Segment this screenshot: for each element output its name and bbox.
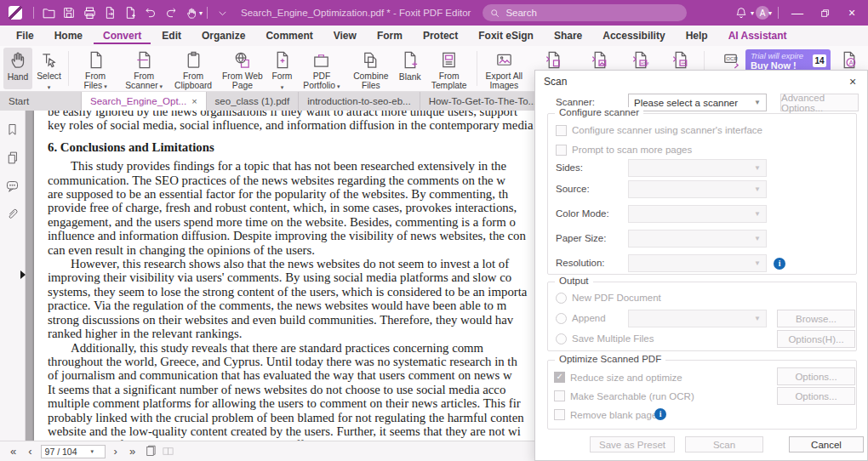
menu-convert[interactable]: Convert	[94, 27, 151, 44]
menu-view[interactable]: View	[324, 27, 366, 44]
menu-bar: File Home Convert Edit Organize Comment …	[0, 26, 868, 46]
menu-ai-assistant[interactable]: AI Assistant	[719, 27, 797, 44]
save-multiple-files-label: Save Multiple Files	[572, 333, 654, 344]
make-searchable-options-button[interactable]: Options...	[777, 387, 855, 405]
page-number-box[interactable]: ▾	[41, 445, 106, 458]
panel-expand-arrow[interactable]	[20, 270, 26, 279]
source-select[interactable]: ▼	[628, 180, 767, 198]
tab-search-engine-optimization[interactable]: Search_Engine_Opt... ×	[82, 92, 207, 111]
menu-share[interactable]: Share	[545, 27, 591, 44]
tab-seo-class[interactable]: seo_class (1).pdf	[207, 92, 300, 111]
reduce-size-options-button[interactable]: Options...	[777, 367, 855, 385]
color-mode-select[interactable]: ▼	[628, 205, 767, 223]
ribbon-hand-button[interactable]: Hand	[3, 48, 32, 89]
scanner-select[interactable]: Please select a scanner▼	[628, 94, 767, 111]
ribbon-form-button[interactable]: Form	[267, 48, 297, 89]
append-radio[interactable]	[556, 313, 567, 324]
page-number-input[interactable]	[42, 447, 91, 457]
resolution-info-icon[interactable]: i	[774, 258, 785, 270]
menu-foxit-esign[interactable]: Foxit eSign	[469, 27, 543, 44]
notifications-caret[interactable]: ▾	[751, 9, 754, 17]
account-caret[interactable]: ▾	[768, 9, 772, 17]
next-page-button[interactable]: ›	[111, 445, 121, 458]
save-as-preset-button[interactable]: Save as Preset	[590, 436, 675, 452]
menu-edit[interactable]: Edit	[152, 27, 191, 44]
bookmarks-panel-icon[interactable]	[5, 122, 20, 137]
undo-icon[interactable]	[140, 3, 161, 22]
ribbon-combine-files-button[interactable]: Combine Files	[346, 48, 396, 89]
ribbon-select-button[interactable]: Select	[32, 48, 66, 89]
options-h-button[interactable]: Options(H)...	[777, 330, 855, 348]
ribbon-blank-button[interactable]: Blank	[396, 48, 425, 89]
menu-file[interactable]: File	[7, 27, 43, 44]
facing-page-view-icon[interactable]	[162, 445, 174, 458]
menu-accessibility[interactable]: Accessibility	[593, 27, 674, 44]
save-icon[interactable]	[59, 3, 79, 22]
foxit-logo-icon[interactable]	[9, 6, 22, 20]
new-pdf-document-label: New PDF Document	[572, 293, 661, 303]
scan-dialog-close-icon[interactable]: ×	[845, 74, 860, 89]
first-page-button[interactable]: «	[7, 445, 20, 458]
customize-toolbar-chevron-icon[interactable]	[212, 3, 232, 22]
pages-panel-icon[interactable]	[5, 151, 20, 165]
close-button[interactable]: ×	[839, 2, 865, 24]
menu-comment[interactable]: Comment	[256, 27, 322, 44]
titlebar-search-input[interactable]: Search	[483, 4, 687, 21]
notifications-bell-icon[interactable]	[731, 3, 751, 22]
advanced-options-button[interactable]: Advanced Options...	[780, 94, 859, 111]
to-other-icon: •••	[671, 50, 690, 70]
redo-icon[interactable]	[161, 3, 181, 22]
ribbon-from-web-page-button[interactable]: From Web Page	[218, 48, 267, 89]
remove-blank-pages-label: Remove blank pages	[570, 410, 662, 420]
cancel-button[interactable]: Cancel	[789, 436, 864, 452]
separator	[207, 7, 208, 19]
print-icon[interactable]	[79, 3, 100, 22]
prompt-more-pages-checkbox[interactable]	[556, 145, 567, 156]
tab-close-icon[interactable]: ×	[191, 96, 197, 106]
ribbon-export-all-images-button[interactable]: Export All Images	[479, 48, 528, 89]
ribbon-from-scanner-button[interactable]: From Scanner	[119, 48, 168, 89]
menu-help[interactable]: Help	[677, 27, 717, 44]
avatar[interactable]: A	[756, 6, 769, 20]
tab-how-to-get-to-the-top[interactable]: How-To-Get-To-The-To...	[420, 92, 546, 111]
ribbon-from-clipboard-button[interactable]: From Clipboard	[168, 48, 218, 89]
previous-page-button[interactable]: ‹	[25, 445, 35, 458]
open-file-icon[interactable]	[38, 3, 59, 22]
reduce-size-checkbox[interactable]	[554, 372, 565, 383]
append-file-select[interactable]: ▼	[628, 310, 767, 327]
tab-start[interactable]: Start	[0, 92, 82, 111]
menu-home[interactable]: Home	[45, 27, 92, 44]
resolution-select[interactable]: ▼	[628, 254, 767, 272]
save-multiple-files-radio[interactable]	[556, 333, 567, 344]
ribbon-pdf-portfolio-button[interactable]: PDF Portfolio	[297, 48, 346, 89]
ribbon-from-template-button[interactable]: From Template	[425, 48, 474, 89]
trial-buy-now-banner[interactable]: Trial will expire Buy Now ! 14	[745, 49, 831, 72]
browse-button[interactable]: Browse...	[777, 310, 855, 327]
chevron-down-icon: ▼	[754, 259, 761, 267]
comments-panel-icon[interactable]	[5, 179, 20, 193]
minimize-button[interactable]: —	[785, 2, 810, 24]
ribbon-from-files-button[interactable]: From Files	[71, 48, 119, 89]
remove-blank-pages-info-icon[interactable]: i	[654, 408, 666, 420]
sides-label: Sides:	[556, 162, 583, 173]
configure-interface-checkbox[interactable]	[556, 125, 567, 136]
quick-tool-dropdown-caret[interactable]: ▾	[199, 9, 203, 17]
menu-organize[interactable]: Organize	[192, 27, 254, 44]
remove-blank-pages-checkbox[interactable]	[554, 409, 565, 420]
menu-form[interactable]: Form	[368, 27, 412, 44]
sides-select[interactable]: ▼	[628, 159, 767, 177]
page-number-caret[interactable]: ▾	[91, 448, 94, 455]
menu-protect[interactable]: Protect	[414, 27, 467, 44]
new-document-icon[interactable]	[120, 3, 140, 22]
tab-introduction-to-seo[interactable]: introduction-to-seo-eb...	[299, 92, 420, 111]
make-searchable-checkbox[interactable]	[554, 390, 565, 401]
restore-button[interactable]	[812, 2, 837, 24]
new-pdf-document-radio[interactable]	[556, 293, 567, 304]
last-page-button[interactable]: »	[126, 445, 139, 458]
attachments-panel-icon[interactable]	[5, 207, 20, 221]
export-document-icon[interactable]	[100, 3, 120, 22]
paper-size-select[interactable]: ▼	[628, 230, 767, 248]
scan-button[interactable]: Scan	[685, 436, 763, 452]
single-page-view-icon[interactable]	[144, 445, 157, 458]
window-title: Search_Engine_Optimization.pdf * - Foxit…	[241, 8, 471, 18]
